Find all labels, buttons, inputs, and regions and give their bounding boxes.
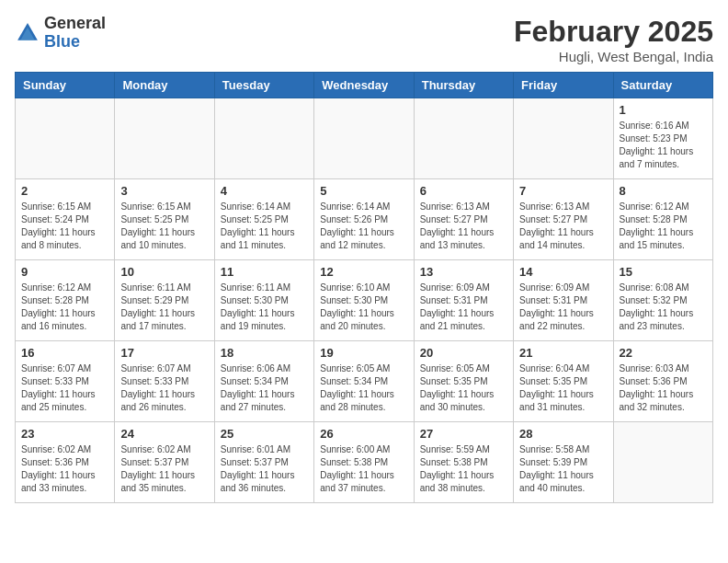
weekday-header-wednesday: Wednesday <box>314 73 414 98</box>
calendar-week-row: 16Sunrise: 6:07 AM Sunset: 5:33 PM Dayli… <box>16 341 713 422</box>
month-title: February 2025 <box>514 15 713 49</box>
day-number: 3 <box>120 184 208 198</box>
weekday-header-row: SundayMondayTuesdayWednesdayThursdayFrid… <box>16 73 713 98</box>
day-detail: Sunrise: 5:58 AM Sunset: 5:39 PM Dayligh… <box>519 443 607 495</box>
calendar-cell: 14Sunrise: 6:09 AM Sunset: 5:31 PM Dayli… <box>514 260 613 341</box>
logo-general-text: General <box>44 14 106 32</box>
day-detail: Sunrise: 6:05 AM Sunset: 5:34 PM Dayligh… <box>320 362 407 414</box>
day-number: 21 <box>519 346 607 360</box>
day-number: 12 <box>320 265 407 279</box>
calendar-cell <box>115 98 214 179</box>
day-detail: Sunrise: 6:03 AM Sunset: 5:36 PM Dayligh… <box>620 362 707 414</box>
calendar-cell: 8Sunrise: 6:12 AM Sunset: 5:28 PM Daylig… <box>613 179 712 260</box>
day-detail: Sunrise: 6:09 AM Sunset: 5:31 PM Dayligh… <box>420 282 507 333</box>
day-detail: Sunrise: 6:12 AM Sunset: 5:28 PM Dayligh… <box>620 201 707 252</box>
day-detail: Sunrise: 6:13 AM Sunset: 5:27 PM Dayligh… <box>519 201 607 252</box>
calendar-cell <box>514 98 613 179</box>
day-detail: Sunrise: 6:15 AM Sunset: 5:24 PM Dayligh… <box>21 201 108 252</box>
calendar-cell: 5Sunrise: 6:14 AM Sunset: 5:26 PM Daylig… <box>314 179 414 260</box>
weekday-header-friday: Friday <box>514 73 613 98</box>
day-detail: Sunrise: 6:05 AM Sunset: 5:35 PM Dayligh… <box>420 362 507 414</box>
day-detail: Sunrise: 6:11 AM Sunset: 5:30 PM Dayligh… <box>221 282 308 333</box>
day-number: 1 <box>620 103 707 117</box>
day-detail: Sunrise: 6:07 AM Sunset: 5:33 PM Dayligh… <box>21 362 108 414</box>
calendar-cell: 21Sunrise: 6:04 AM Sunset: 5:35 PM Dayli… <box>514 341 613 422</box>
day-detail: Sunrise: 6:06 AM Sunset: 5:34 PM Dayligh… <box>221 362 308 414</box>
day-number: 13 <box>420 265 507 279</box>
day-number: 2 <box>21 184 108 198</box>
day-detail: Sunrise: 6:14 AM Sunset: 5:25 PM Dayligh… <box>221 201 308 252</box>
day-number: 22 <box>620 346 707 360</box>
day-detail: Sunrise: 6:11 AM Sunset: 5:29 PM Dayligh… <box>120 282 208 333</box>
logo: General Blue <box>15 15 106 52</box>
calendar-cell: 7Sunrise: 6:13 AM Sunset: 5:27 PM Daylig… <box>514 179 613 260</box>
calendar-cell: 20Sunrise: 6:05 AM Sunset: 5:35 PM Dayli… <box>414 341 513 422</box>
day-number: 20 <box>420 346 507 360</box>
calendar-cell: 27Sunrise: 5:59 AM Sunset: 5:38 PM Dayli… <box>414 422 513 503</box>
calendar-cell <box>214 98 313 179</box>
page-header: General Blue February 2025 Hugli, West B… <box>15 15 713 64</box>
day-detail: Sunrise: 6:12 AM Sunset: 5:28 PM Dayligh… <box>21 282 108 333</box>
calendar-cell: 12Sunrise: 6:10 AM Sunset: 5:30 PM Dayli… <box>314 260 414 341</box>
calendar-cell: 3Sunrise: 6:15 AM Sunset: 5:25 PM Daylig… <box>115 179 214 260</box>
calendar-cell <box>613 422 712 503</box>
day-number: 15 <box>620 265 707 279</box>
day-number: 8 <box>620 184 707 198</box>
calendar-cell: 2Sunrise: 6:15 AM Sunset: 5:24 PM Daylig… <box>16 179 115 260</box>
day-number: 23 <box>21 427 108 441</box>
day-number: 17 <box>120 346 208 360</box>
calendar-cell: 22Sunrise: 6:03 AM Sunset: 5:36 PM Dayli… <box>613 341 712 422</box>
calendar-week-row: 1Sunrise: 6:16 AM Sunset: 5:23 PM Daylig… <box>16 98 713 179</box>
calendar-cell: 28Sunrise: 5:58 AM Sunset: 5:39 PM Dayli… <box>514 422 613 503</box>
calendar-cell: 18Sunrise: 6:06 AM Sunset: 5:34 PM Dayli… <box>214 341 313 422</box>
calendar-cell: 10Sunrise: 6:11 AM Sunset: 5:29 PM Dayli… <box>115 260 214 341</box>
calendar-week-row: 2Sunrise: 6:15 AM Sunset: 5:24 PM Daylig… <box>16 179 713 260</box>
weekday-header-thursday: Thursday <box>414 73 513 98</box>
day-number: 28 <box>519 427 607 441</box>
day-detail: Sunrise: 6:10 AM Sunset: 5:30 PM Dayligh… <box>320 282 407 333</box>
day-detail: Sunrise: 6:16 AM Sunset: 5:23 PM Dayligh… <box>620 120 707 171</box>
weekday-header-monday: Monday <box>115 73 214 98</box>
calendar-table: SundayMondayTuesdayWednesdayThursdayFrid… <box>15 72 713 503</box>
calendar-cell: 1Sunrise: 6:16 AM Sunset: 5:23 PM Daylig… <box>613 98 712 179</box>
location: Hugli, West Bengal, India <box>514 49 713 64</box>
day-number: 25 <box>221 427 308 441</box>
day-detail: Sunrise: 6:02 AM Sunset: 5:37 PM Dayligh… <box>120 443 208 495</box>
day-number: 4 <box>221 184 308 198</box>
day-number: 5 <box>320 184 407 198</box>
day-number: 26 <box>320 427 407 441</box>
day-detail: Sunrise: 6:14 AM Sunset: 5:26 PM Dayligh… <box>320 201 407 252</box>
calendar-week-row: 9Sunrise: 6:12 AM Sunset: 5:28 PM Daylig… <box>16 260 713 341</box>
day-number: 10 <box>120 265 208 279</box>
calendar-cell: 11Sunrise: 6:11 AM Sunset: 5:30 PM Dayli… <box>214 260 313 341</box>
logo-icon <box>15 20 40 46</box>
title-block: February 2025 Hugli, West Bengal, India <box>514 15 713 64</box>
day-detail: Sunrise: 6:01 AM Sunset: 5:37 PM Dayligh… <box>221 443 308 495</box>
calendar-cell: 24Sunrise: 6:02 AM Sunset: 5:37 PM Dayli… <box>115 422 214 503</box>
calendar-cell: 26Sunrise: 6:00 AM Sunset: 5:38 PM Dayli… <box>314 422 414 503</box>
day-number: 18 <box>221 346 308 360</box>
logo-blue-text: Blue <box>44 32 80 51</box>
day-detail: Sunrise: 6:00 AM Sunset: 5:38 PM Dayligh… <box>320 443 407 495</box>
day-detail: Sunrise: 6:15 AM Sunset: 5:25 PM Dayligh… <box>120 201 208 252</box>
calendar-cell: 15Sunrise: 6:08 AM Sunset: 5:32 PM Dayli… <box>613 260 712 341</box>
calendar-cell <box>414 98 513 179</box>
calendar-cell: 17Sunrise: 6:07 AM Sunset: 5:33 PM Dayli… <box>115 341 214 422</box>
calendar-cell: 25Sunrise: 6:01 AM Sunset: 5:37 PM Dayli… <box>214 422 313 503</box>
day-number: 27 <box>420 427 507 441</box>
calendar-cell: 6Sunrise: 6:13 AM Sunset: 5:27 PM Daylig… <box>414 179 513 260</box>
calendar-cell: 19Sunrise: 6:05 AM Sunset: 5:34 PM Dayli… <box>314 341 414 422</box>
day-detail: Sunrise: 6:02 AM Sunset: 5:36 PM Dayligh… <box>21 443 108 495</box>
weekday-header-saturday: Saturday <box>613 73 712 98</box>
calendar-cell: 16Sunrise: 6:07 AM Sunset: 5:33 PM Dayli… <box>16 341 115 422</box>
calendar-cell: 23Sunrise: 6:02 AM Sunset: 5:36 PM Dayli… <box>16 422 115 503</box>
day-detail: Sunrise: 6:04 AM Sunset: 5:35 PM Dayligh… <box>519 362 607 414</box>
calendar-cell: 13Sunrise: 6:09 AM Sunset: 5:31 PM Dayli… <box>414 260 513 341</box>
day-number: 11 <box>221 265 308 279</box>
day-number: 19 <box>320 346 407 360</box>
day-number: 9 <box>21 265 108 279</box>
weekday-header-sunday: Sunday <box>16 73 115 98</box>
day-detail: Sunrise: 6:13 AM Sunset: 5:27 PM Dayligh… <box>420 201 507 252</box>
day-detail: Sunrise: 5:59 AM Sunset: 5:38 PM Dayligh… <box>420 443 507 495</box>
calendar-cell <box>16 98 115 179</box>
